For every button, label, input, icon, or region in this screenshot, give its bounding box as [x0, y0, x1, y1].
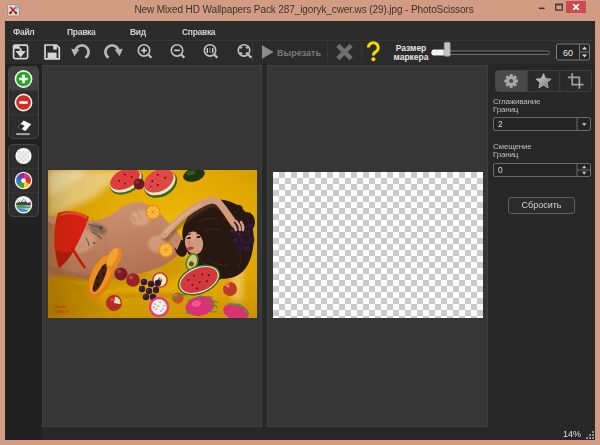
svg-text:60: 60: [563, 48, 573, 58]
svg-text:маркера: маркера: [394, 52, 429, 62]
svg-text:Вырезать: Вырезать: [277, 48, 321, 58]
